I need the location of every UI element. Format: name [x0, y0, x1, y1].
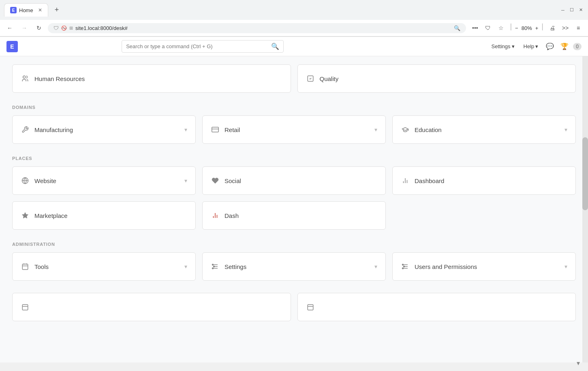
settings-label: Settings: [225, 263, 370, 270]
social-icon: [211, 176, 220, 185]
minimize-btn[interactable]: ─: [560, 7, 566, 13]
search-box[interactable]: 🔍: [122, 40, 284, 53]
quality-label: Quality: [320, 75, 568, 82]
domains-section: DOMAINS Manufacturing ▾ Retail ▾: [12, 105, 576, 144]
users-permissions-chevron: ▾: [564, 263, 567, 270]
zoom-minus-btn[interactable]: −: [515, 22, 518, 34]
trophy-btn[interactable]: 🏆: [558, 41, 571, 53]
domains-grid: Manufacturing ▾ Retail ▾ Education ▾: [12, 115, 576, 144]
svg-point-28: [402, 268, 404, 269]
bookmark-btn[interactable]: ☆: [495, 22, 507, 34]
website-label: Website: [34, 177, 180, 184]
users-permissions-label: Users and Permissions: [415, 263, 560, 270]
tools-chevron: ▾: [184, 263, 187, 270]
settings-card[interactable]: Settings ▾: [202, 252, 386, 281]
help-btn[interactable]: Help ▾: [520, 42, 542, 51]
browser-tab[interactable]: E Home ✕: [4, 3, 48, 17]
divider2: |: [540, 22, 545, 34]
marketplace-label: Marketplace: [34, 212, 187, 219]
hamburger-btn[interactable]: ≡: [573, 22, 584, 34]
tab-favicon: E: [10, 7, 17, 13]
shield-nav-btn[interactable]: 🛡: [482, 22, 494, 34]
notif-badge[interactable]: 0: [573, 43, 582, 50]
extensions-btn[interactable]: >>: [560, 22, 571, 34]
human-resources-card[interactable]: Human Resources: [12, 64, 291, 93]
education-chevron: ▾: [564, 126, 567, 133]
administration-label: ADMINISTRATION: [12, 242, 576, 247]
address-bar[interactable]: 🛡 🚫 ⊞ site1.local:8000/desk# 🔍: [48, 23, 466, 33]
app-header: E 🔍 Settings ▾ Help ▾ 💬 🏆 0: [0, 37, 588, 56]
manufacturing-chevron: ▾: [184, 126, 187, 133]
tab-close-btn[interactable]: ✕: [38, 7, 42, 13]
human-resources-label: Human Resources: [34, 75, 282, 82]
quality-icon: [306, 74, 315, 83]
container-icon: ⊞: [69, 26, 73, 31]
zoom-plus-btn[interactable]: +: [535, 22, 539, 34]
retail-card[interactable]: Retail ▾: [202, 115, 386, 144]
nav-icons: ••• 🛡 ☆ | − 80% + | 🖨 >> ≡: [469, 22, 584, 34]
search-icon: 🔍: [454, 25, 460, 31]
quality-card[interactable]: Quality: [297, 64, 576, 93]
dashboard-card[interactable]: Dashboard: [392, 166, 576, 195]
back-btn[interactable]: ←: [4, 22, 15, 34]
users-permissions-card[interactable]: Users and Permissions ▾: [392, 252, 576, 281]
new-tab-btn[interactable]: +: [51, 2, 62, 17]
url-display: site1.local:8000/desk#: [75, 25, 451, 31]
search-input[interactable]: [126, 43, 269, 49]
nav-bar: ← → ↻ 🛡 🚫 ⊞ site1.local:8000/desk# 🔍 •••…: [0, 20, 588, 36]
scrollbar-thumb[interactable]: [582, 137, 588, 210]
reload-btn[interactable]: ↻: [33, 22, 45, 34]
svg-point-20: [212, 264, 214, 265]
svg-rect-13: [22, 264, 28, 270]
maximize-btn[interactable]: ☐: [569, 7, 575, 13]
website-card[interactable]: Website ▾: [12, 166, 196, 195]
website-chevron: ▾: [184, 177, 187, 184]
scroll-down-indicator[interactable]: ▾: [577, 359, 580, 362]
bottom-card-2-icon: [306, 303, 315, 311]
marketplace-card[interactable]: Marketplace: [12, 201, 196, 230]
help-label: Help: [524, 43, 535, 49]
dash-icon: [211, 211, 220, 220]
divider: |: [508, 22, 513, 34]
more-options-btn[interactable]: •••: [469, 22, 481, 34]
close-window-btn[interactable]: ✕: [577, 7, 584, 13]
dash-card[interactable]: Dash: [202, 201, 386, 230]
marketplace-icon: [21, 211, 30, 220]
forward-btn[interactable]: →: [19, 22, 30, 34]
window-controls: ─ ☐ ✕: [560, 7, 584, 13]
svg-point-0: [23, 76, 26, 78]
places-section: PLACES Website ▾ Social Dashboard: [12, 156, 576, 230]
chat-btn[interactable]: 💬: [544, 41, 556, 53]
tracking-icon: 🚫: [61, 26, 67, 31]
retail-label: Retail: [225, 126, 370, 133]
places-row1: Website ▾ Social Dashboard: [12, 166, 576, 195]
retail-icon: [211, 125, 220, 134]
svg-marker-9: [22, 213, 28, 218]
dashboard-icon: [401, 176, 410, 185]
manufacturing-card[interactable]: Manufacturing ▾: [12, 115, 196, 144]
header-actions: Settings ▾ Help ▾ 💬 🏆 0: [488, 41, 582, 53]
education-card[interactable]: Education ▾: [392, 115, 576, 144]
app-logo[interactable]: E: [6, 41, 18, 52]
settings-btn[interactable]: Settings ▾: [488, 42, 518, 51]
dash-label: Dash: [225, 212, 377, 219]
domains-label: DOMAINS: [12, 105, 576, 110]
bottom-card-1-icon: [21, 303, 30, 311]
social-label: Social: [225, 177, 377, 184]
social-card[interactable]: Social: [202, 166, 386, 195]
print-btn[interactable]: 🖨: [547, 22, 558, 34]
svg-rect-29: [22, 305, 28, 310]
dashboard-label: Dashboard: [415, 177, 567, 184]
places-label: PLACES: [12, 156, 576, 161]
bottom-card-1[interactable]: [12, 293, 291, 321]
settings-chevron: ▾: [374, 263, 377, 270]
manufacturing-icon: [21, 125, 30, 134]
settings-chevron: ▾: [512, 43, 515, 49]
bottom-card-2[interactable]: [297, 293, 576, 321]
tools-card[interactable]: Tools ▾: [12, 252, 196, 281]
browser-chrome: E Home ✕ + ─ ☐ ✕ ← → ↻ 🛡 🚫 ⊞ site1.local…: [0, 0, 588, 37]
places-row2: Marketplace Dash: [12, 201, 576, 230]
scrollbar-track[interactable]: [582, 56, 588, 362]
users-permissions-icon: [401, 262, 410, 271]
search-icon: 🔍: [271, 43, 279, 50]
